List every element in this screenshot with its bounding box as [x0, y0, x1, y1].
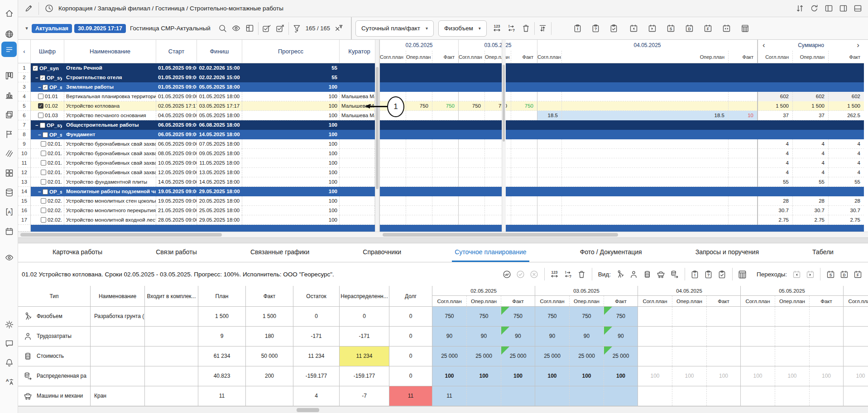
day-cell[interactable]: [501, 386, 535, 406]
gantt-row-12[interactable]: 1202.01.0Устройство буронабивных свай за…: [18, 168, 379, 177]
tab-Табели[interactable]: Табели: [810, 243, 836, 262]
day-cell[interactable]: [844, 386, 868, 406]
sidebar-item-grid[interactable]: [1, 165, 17, 180]
measure-select[interactable]: Физобъем▾: [438, 20, 487, 37]
sidebar-item-database[interactable]: [1, 185, 17, 200]
checkbox-reject-icon[interactable]: [274, 23, 286, 34]
day-cell[interactable]: [672, 307, 707, 326]
column-header-Шифр[interactable]: Шифр: [31, 40, 64, 63]
sidebar-item-chat[interactable]: [1, 336, 17, 351]
coins-icon[interactable]: [642, 268, 653, 280]
day-cell[interactable]: 100: [432, 366, 467, 386]
day-cell[interactable]: 25 000: [467, 347, 501, 366]
gantt-row-16[interactable]: 1602.02.0Устройство монолитного перекрыт…: [18, 206, 379, 215]
search-icon[interactable]: [217, 23, 229, 34]
day-cell[interactable]: [775, 347, 810, 366]
expander-minus[interactable]: −: [38, 187, 41, 196]
day-cell[interactable]: [810, 327, 844, 346]
row-checkbox[interactable]: [40, 123, 45, 128]
clipboard-check-icon[interactable]: [608, 23, 620, 34]
panel-split-icon[interactable]: [823, 3, 834, 14]
calendar-next-icon[interactable]: [647, 23, 658, 34]
circle-x-icon[interactable]: [528, 268, 540, 280]
detail-column-header-Тип[interactable]: Тип: [18, 286, 91, 307]
day-cell[interactable]: 11: [432, 386, 467, 406]
calendar-grid-icon[interactable]: [739, 23, 751, 34]
width-123-icon[interactable]: 123: [549, 268, 561, 280]
coins-out-icon[interactable]: [669, 268, 681, 280]
day-cell[interactable]: [741, 327, 775, 346]
cart-icon[interactable]: [655, 268, 667, 280]
clipboard-check-icon[interactable]: [716, 268, 728, 280]
day-cell[interactable]: 750: [501, 307, 535, 326]
sidebar-item-text-a[interactable]: A: [1, 204, 17, 219]
day-cell[interactable]: 25 000: [501, 347, 535, 366]
refresh-icon[interactable]: [808, 3, 820, 14]
swap-vertical-icon[interactable]: [794, 3, 806, 14]
tab-Суточное планирование[interactable]: Суточное планирование: [452, 243, 529, 262]
day-cell[interactable]: 100: [672, 366, 707, 386]
day-cell[interactable]: 100: [775, 366, 810, 386]
tab-Карточка работы[interactable]: Карточка работы: [50, 243, 105, 262]
calendar-f-icon[interactable]: F: [702, 23, 714, 34]
calendar-next-icon[interactable]: [804, 268, 816, 280]
day-cell[interactable]: 90: [467, 327, 501, 346]
day-cell[interactable]: 100: [844, 366, 868, 386]
day-cell[interactable]: 100: [501, 366, 535, 386]
day-cell[interactable]: 100: [707, 366, 741, 386]
funnel-icon[interactable]: [291, 23, 303, 34]
detail-column-header-Наименование[interactable]: Наименование: [91, 286, 145, 307]
day-cell[interactable]: 90: [604, 327, 638, 346]
expander-minus[interactable]: −: [35, 73, 38, 82]
conflict-arrows-icon[interactable]: !?: [562, 268, 574, 280]
gantt-row-3[interactable]: 3−✓OP_syn.1Земляные работы01.05.2025 09:…: [18, 82, 379, 92]
day-cell[interactable]: [741, 386, 775, 406]
day-cell[interactable]: [844, 307, 868, 326]
sidebar-item-home[interactable]: [1, 5, 17, 21]
day-cell[interactable]: [638, 307, 672, 326]
day-cell[interactable]: [672, 386, 707, 406]
day-cell[interactable]: [844, 347, 868, 366]
trash-icon[interactable]: [576, 268, 588, 280]
row-checkbox[interactable]: [43, 132, 48, 138]
day-cell[interactable]: 100: [810, 366, 844, 386]
column-header-Прогресс[interactable]: Прогресс: [242, 40, 340, 63]
breadcrumb[interactable]: Корпорация / Западный филиал / Гостиница…: [58, 5, 283, 12]
day-cell[interactable]: 750: [432, 307, 467, 326]
day-cell[interactable]: [810, 347, 844, 366]
gantt-row-6[interactable]: 601.03Устройство песчаного основания04.0…: [18, 111, 379, 120]
summary-next-chevron[interactable]: ›: [852, 41, 864, 50]
calendar-d-icon[interactable]: D: [838, 268, 850, 280]
day-cell[interactable]: [741, 347, 775, 366]
day-cell[interactable]: [775, 307, 810, 326]
sidebar-item-flag[interactable]: [1, 126, 17, 142]
day-cell[interactable]: 90: [570, 327, 604, 346]
day-cell[interactable]: [672, 327, 707, 346]
detail-column-header-Остаток[interactable]: Остаток: [293, 286, 340, 307]
column-header-Финиш[interactable]: Финиш: [197, 40, 242, 63]
panel-splitter[interactable]: [18, 237, 868, 243]
row-checkbox[interactable]: [41, 208, 46, 213]
gantt-horizontal-scrollbar[interactable]: [18, 232, 868, 237]
version-dropdown-caret[interactable]: ▾: [22, 25, 32, 31]
gantt-row-17[interactable]: 1702.02.0Устройство монолитной входной л…: [18, 215, 379, 225]
detail-column-header-Входит в комплек...[interactable]: Входит в комплек...: [145, 286, 198, 307]
sidebar-item-calendar[interactable]: [1, 223, 17, 239]
tab-Связи работы[interactable]: Связи работы: [153, 243, 200, 262]
tab-Связанные графики[interactable]: Связанные графики: [248, 243, 312, 262]
gantt-row-9[interactable]: 902.01.0Устройство буронабивных свай зах…: [18, 139, 379, 149]
checkbox-approve-icon[interactable]: [261, 23, 273, 34]
row-checkbox[interactable]: [41, 151, 46, 156]
expander-minus[interactable]: −: [38, 83, 41, 92]
gantt-row-15[interactable]: 1502.02.0Устройство монолитных стен цоко…: [18, 196, 379, 206]
gantt-row-10[interactable]: 1002.01.0Устройство буронабивных свай за…: [18, 149, 379, 158]
day-cell[interactable]: [638, 386, 672, 406]
day-cell[interactable]: [707, 386, 741, 406]
day-cell[interactable]: 25 000: [604, 347, 638, 366]
row-checkbox[interactable]: [41, 170, 46, 175]
panel-right-icon[interactable]: [837, 3, 849, 14]
tab-Справочники[interactable]: Справочники: [360, 243, 404, 262]
panel-bottom-icon[interactable]: [852, 3, 863, 14]
summary-prev-chevron[interactable]: ‹: [758, 41, 770, 50]
day-cell[interactable]: 100: [535, 366, 570, 386]
